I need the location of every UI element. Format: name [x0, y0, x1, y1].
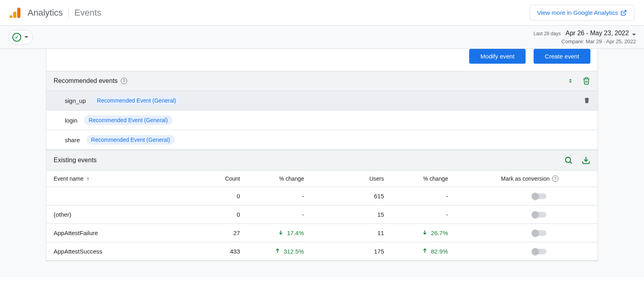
col-count-change[interactable]: % change	[240, 175, 304, 182]
svg-line-2	[570, 162, 572, 163]
recommended-event-name: share	[65, 137, 80, 143]
cell-event-name: AppAttestFailure	[54, 230, 196, 236]
table-header: Event name ↑ Count % change Users % chan…	[46, 171, 598, 187]
conversion-toggle[interactable]	[532, 212, 546, 217]
recommended-event-row[interactable]: loginRecommended Event (General)	[46, 111, 598, 130]
recommended-event-chip[interactable]: Recommended Event (General)	[86, 135, 175, 145]
table-row[interactable]: AppAttestSuccess433312.5%17582.9%	[46, 242, 598, 261]
cell-users: 175	[304, 248, 384, 255]
cell-users: 615	[304, 193, 384, 199]
search-icon[interactable]	[564, 156, 573, 165]
col-count[interactable]: Count	[196, 175, 240, 182]
divider	[68, 7, 69, 18]
date-period-label: Last 28 days	[534, 31, 561, 36]
download-icon[interactable]	[582, 156, 590, 165]
check-circle-icon: ✓	[12, 33, 21, 42]
date-range-block[interactable]: Last 28 days Apr 26 - May 23, 2022 Compa…	[534, 30, 636, 44]
recommended-event-row[interactable]: shareRecommended Event (General)	[46, 130, 598, 150]
cell-event-name: AppAttestSuccess	[54, 248, 196, 255]
col-users-change[interactable]: % change	[384, 175, 448, 182]
help-icon[interactable]: ?	[552, 175, 558, 182]
view-more-button[interactable]: View more in Google Analytics	[530, 5, 634, 20]
recommended-events-header: Recommended events ?	[46, 71, 598, 91]
cell-users-change: 82.9%	[384, 248, 448, 255]
top-bar: Analytics Events View more in Google Ana…	[0, 0, 644, 26]
table-row[interactable]: (other)0-15-	[46, 205, 598, 224]
svg-line-0	[623, 10, 626, 13]
conversion-toggle[interactable]	[532, 230, 546, 236]
table-row[interactable]: 0-615-	[46, 187, 598, 205]
cell-count-change: -	[240, 211, 304, 218]
create-event-button[interactable]: Create event	[534, 49, 590, 64]
status-filter-chip[interactable]: ✓	[8, 30, 33, 44]
trash-icon[interactable]	[583, 97, 590, 105]
recommended-event-chip[interactable]: Recommended Event (General)	[92, 96, 181, 105]
col-event-name[interactable]: Event name ↑	[54, 175, 196, 182]
col-event-name-label: Event name	[54, 175, 84, 182]
events-card: Modify event Create event Recommended ev…	[46, 49, 598, 261]
svg-point-1	[566, 157, 571, 163]
cell-count: 27	[196, 230, 240, 236]
modify-event-button[interactable]: Modify event	[469, 49, 526, 64]
conversion-toggle[interactable]	[532, 193, 546, 199]
arrow-up-icon	[422, 248, 428, 255]
arrow-down-icon	[278, 230, 284, 236]
arrow-down-icon	[422, 230, 428, 236]
brand-label: Analytics	[28, 8, 63, 18]
view-more-label: View more in Google Analytics	[537, 9, 618, 16]
analytics-logo	[10, 8, 20, 18]
conversion-toggle[interactable]	[532, 249, 546, 254]
chevron-down-icon	[24, 36, 28, 38]
cell-users-change: -	[384, 193, 448, 199]
existing-events-header: Existing events	[46, 150, 598, 171]
sort-asc-icon: ↑	[87, 175, 90, 182]
help-icon[interactable]: ?	[121, 78, 127, 84]
recommended-event-row[interactable]: sign_upRecommended Event (General)	[46, 91, 598, 111]
col-users[interactable]: Users	[304, 175, 384, 182]
cell-count: 0	[196, 193, 240, 199]
recommended-title: Recommended events	[54, 77, 118, 85]
recommended-event-chip[interactable]: Recommended Event (General)	[84, 115, 173, 125]
table-row[interactable]: AppAttestFailure2717.4%1126.7%	[46, 224, 598, 242]
cell-count-change: 312.5%	[240, 248, 304, 255]
sub-toolbar: ✓ Last 28 days Apr 26 - May 23, 2022 Com…	[0, 26, 644, 49]
col-conversion-label: Mark as conversion	[501, 175, 550, 182]
cell-event-name: (other)	[54, 211, 196, 218]
date-range-text: Apr 26 - May 23, 2022	[566, 30, 629, 36]
cell-users-change: 26.7%	[384, 230, 448, 236]
cell-count: 433	[196, 248, 240, 255]
trash-icon[interactable]	[582, 77, 590, 85]
cell-users-change: -	[384, 211, 448, 218]
external-link-icon	[620, 10, 627, 16]
col-conversion: Mark as conversion ?	[448, 175, 590, 182]
cell-count-change: 17.4%	[240, 230, 304, 236]
page-title: Events	[74, 8, 101, 18]
chevron-down-icon	[632, 34, 636, 36]
recommended-event-name: login	[65, 117, 78, 124]
arrow-up-icon	[275, 248, 280, 255]
cell-users: 15	[304, 211, 384, 218]
recommended-event-name: sign_up	[65, 97, 86, 104]
cell-count-change: -	[240, 193, 304, 199]
cell-count: 0	[196, 211, 240, 218]
existing-title: Existing events	[54, 157, 97, 164]
expand-collapse-icon[interactable]	[567, 77, 574, 85]
cell-users: 11	[304, 230, 384, 236]
date-compare-text: Compare: Mar 29 - Apr 25, 2022	[534, 38, 636, 44]
